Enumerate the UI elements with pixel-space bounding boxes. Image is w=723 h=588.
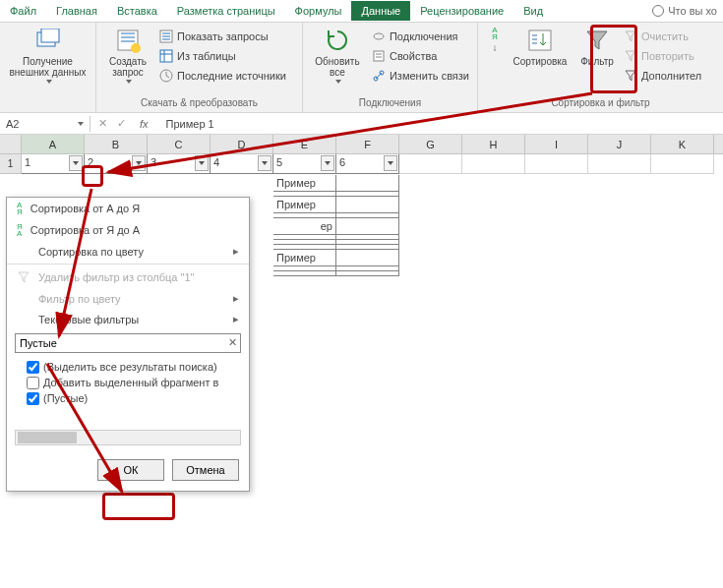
sort-az-ribbon[interactable]: АЯ↓ [484, 27, 506, 53]
group-label-sort-filter: Сортировка и фильтр [484, 95, 717, 110]
filter-dropdown-A[interactable] [69, 155, 83, 171]
filter-dropdown-D[interactable] [258, 155, 271, 171]
col-header-B[interactable]: B [85, 135, 148, 153]
ribbon-tabs: Файл Главная Вставка Разметка страницы Ф… [0, 0, 723, 23]
col-header-J[interactable]: J [588, 135, 651, 153]
cancel-button[interactable]: Отмена [172, 459, 239, 481]
tab-file[interactable]: Файл [0, 1, 46, 21]
tell-me-text: Что вы хо [668, 5, 717, 17]
annotation-highlight-ok [102, 493, 175, 520]
filter-search: ✕ [15, 333, 241, 353]
cancel-formula-icon[interactable]: ✕ [98, 117, 107, 130]
refresh-all-button[interactable]: Обновить все [309, 27, 366, 84]
ok-button[interactable]: ОК [97, 459, 164, 481]
cell-F1[interactable]: 6 [336, 154, 399, 174]
filter-dropdown-C[interactable] [195, 155, 209, 171]
create-query-icon [114, 27, 142, 54]
sort-az-item[interactable]: АЯСортировка от А до Я [7, 198, 249, 219]
cell-G1[interactable] [399, 154, 462, 174]
cell-E2[interactable]: Пример [273, 175, 336, 192]
tell-me[interactable]: Что вы хо [652, 5, 723, 17]
svg-rect-1 [41, 29, 59, 42]
cell-F2[interactable] [336, 175, 399, 192]
cell-D1[interactable]: 4 [211, 154, 273, 174]
funnel-icon [583, 27, 611, 54]
show-queries-button[interactable]: Показать запросы [157, 29, 288, 44]
formula-input[interactable]: Пример 1 [160, 116, 723, 132]
filter-dropdown-F[interactable] [384, 155, 397, 171]
col-header-E[interactable]: E [273, 135, 336, 153]
svg-rect-10 [529, 30, 551, 50]
name-box[interactable]: A2 [0, 116, 90, 132]
row-header-1[interactable]: 1 [0, 154, 22, 174]
get-external-data-button[interactable]: Получение внешних данных [6, 27, 90, 84]
from-table-button[interactable]: Из таблицы [157, 48, 288, 64]
refresh-icon [324, 27, 351, 54]
select-all-corner[interactable] [0, 135, 22, 153]
cell-H1[interactable] [462, 154, 525, 174]
tab-formulas[interactable]: Формулы [285, 1, 352, 21]
ribbon: Получение внешних данных Создать запрос … [0, 23, 723, 113]
cell-F4[interactable] [336, 197, 399, 213]
sort-za-item[interactable]: ЯАСортировка от Я до А [7, 219, 249, 241]
cell-F12[interactable] [336, 271, 399, 276]
text-filters-item[interactable]: Текстовые фильтры▸ [7, 309, 249, 329]
cell-E4[interactable]: Пример [273, 197, 336, 213]
recent-sources-button[interactable]: Последние источники [157, 68, 288, 84]
filter-dropdown-B[interactable] [132, 155, 146, 171]
col-header-I[interactable]: I [525, 135, 588, 153]
select-all-results-checkbox[interactable]: (Выделить все результаты поиска) [27, 359, 241, 375]
tab-home[interactable]: Главная [46, 1, 107, 21]
filter-values-tree: (Выделить все результаты поиска) Добавит… [7, 357, 249, 426]
cell-J1[interactable] [588, 154, 651, 174]
sort-by-color-item[interactable]: Сортировка по цвету▸ [7, 241, 249, 262]
cell-E1[interactable]: 5 [273, 154, 336, 174]
filter-button[interactable]: Фильтр [574, 27, 620, 67]
sort-za-icon: ЯА [17, 223, 23, 237]
enter-formula-icon[interactable]: ✓ [117, 117, 126, 130]
sort-button[interactable]: Сортировка [508, 27, 572, 67]
cell-K1[interactable] [651, 154, 714, 174]
edit-links-button[interactable]: Изменить связи [370, 68, 471, 84]
add-selection-checkbox[interactable]: Добавить выделенный фрагмент в [27, 375, 241, 390]
cell-A1[interactable]: 1 [22, 154, 85, 174]
col-header-A[interactable]: A [22, 135, 85, 153]
clear-search-icon[interactable]: ✕ [228, 336, 237, 349]
cell-I1[interactable] [525, 154, 588, 174]
cell-F10[interactable] [336, 250, 399, 266]
fx-icon[interactable]: fx [136, 118, 152, 130]
filter-dropdown-E[interactable] [321, 155, 334, 171]
tab-view[interactable]: Вид [513, 1, 553, 21]
create-query-button[interactable]: Создать запрос [102, 27, 153, 84]
filter-hscroll[interactable] [15, 430, 241, 445]
tab-insert[interactable]: Вставка [107, 1, 167, 21]
cell-F6[interactable] [336, 218, 399, 235]
reapply-button[interactable]: Повторить [622, 48, 703, 64]
col-header-C[interactable]: C [148, 135, 211, 153]
blanks-checkbox[interactable]: (Пустые) [27, 390, 241, 406]
col-header-F[interactable]: F [336, 135, 399, 153]
clear-filter-button[interactable]: Очистить [622, 29, 703, 44]
formula-bar: A2 ✕ ✓ fx Пример 1 [0, 113, 723, 135]
group-label-transform: Скачать & преобразовать [102, 95, 296, 110]
col-header-K[interactable]: K [651, 135, 714, 153]
col-header-D[interactable]: D [211, 135, 273, 153]
col-header-H[interactable]: H [462, 135, 525, 153]
cell-B1[interactable]: 2 [85, 154, 148, 174]
cell-E12[interactable] [273, 271, 336, 276]
autofilter-menu: АЯСортировка от А до Я ЯАСортировка от Я… [6, 197, 250, 492]
tab-layout[interactable]: Разметка страницы [167, 1, 285, 21]
col-header-G[interactable]: G [399, 135, 462, 153]
cell-D6-part[interactable]: ер [273, 218, 336, 235]
properties-button[interactable]: Свойства [370, 48, 471, 64]
advanced-filter-button[interactable]: Дополнител [622, 68, 703, 84]
filter-search-input[interactable] [15, 333, 241, 353]
tab-data[interactable]: Данные [351, 1, 410, 21]
cell-E10[interactable]: Пример [273, 250, 336, 266]
cell-C1[interactable]: 3 [148, 154, 211, 174]
external-data-icon [34, 27, 62, 54]
connections-button[interactable]: Подключения [370, 29, 471, 44]
svg-rect-5 [160, 50, 172, 62]
tab-review[interactable]: Рецензирование [410, 1, 513, 21]
worksheet-grid[interactable]: 1 1 2 3 4 5 6 [0, 154, 723, 174]
